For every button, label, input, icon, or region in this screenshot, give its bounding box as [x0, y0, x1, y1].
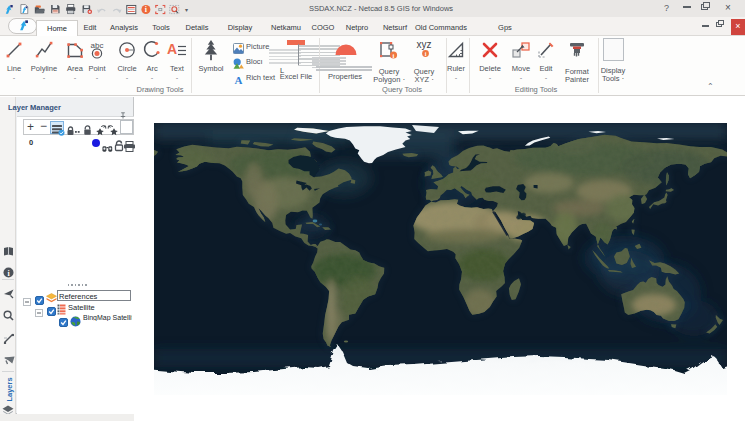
- svg-text:xyz: xyz: [417, 39, 432, 50]
- svg-text:A: A: [235, 74, 243, 85]
- svg-text:i: i: [393, 52, 395, 59]
- svg-text:A: A: [167, 41, 177, 57]
- svg-text:abc: abc: [91, 41, 104, 50]
